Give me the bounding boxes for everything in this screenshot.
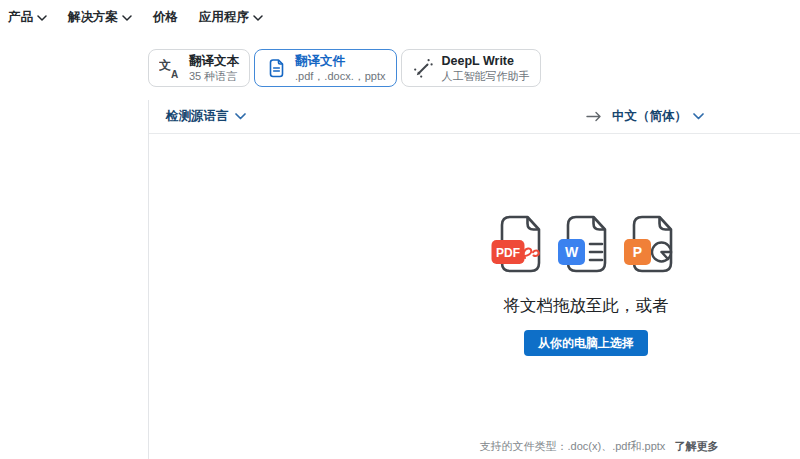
language-bar: 检测源语言 中文（简体） [149, 100, 800, 134]
tab-translate-text[interactable]: 文 A 翻译文本 35 种语言 [148, 49, 250, 87]
choose-file-button[interactable]: 从你的电脑上选择 [524, 330, 648, 356]
translator-panel: 检测源语言 中文（简体） PDF [148, 100, 800, 459]
arrow-right-icon [586, 111, 602, 122]
tab-translate-files[interactable]: 翻译文件 .pdf，.docx.，pptx [254, 49, 397, 87]
nav-item-label: 解决方案 [68, 9, 118, 26]
nav-item-pricing[interactable]: 价格 [153, 9, 178, 26]
svg-text:P: P [633, 244, 642, 260]
chevron-down-icon [693, 113, 704, 120]
tab-sublabel: 35 种语言 [189, 69, 239, 83]
tab-sublabel: .pdf，.docx.，pptx [295, 69, 386, 83]
nav-item-label: 价格 [153, 9, 178, 26]
target-language-selector[interactable]: 中文（简体） [612, 108, 704, 125]
target-language-label: 中文（简体） [612, 108, 687, 125]
tab-sublabel: 人工智能写作助手 [442, 69, 530, 83]
chevron-down-icon [253, 15, 263, 21]
nav-item-apps[interactable]: 应用程序 [199, 9, 263, 26]
supported-file-types: 支持的文件类型：.doc(x)、.pdf和.pptx 了解更多 [449, 439, 749, 454]
nav-item-label: 产品 [8, 9, 33, 26]
tab-label: DeepL Write [442, 53, 530, 69]
nav-item-products[interactable]: 产品 [8, 9, 47, 26]
nav-item-label: 应用程序 [199, 9, 249, 26]
chevron-down-icon [235, 113, 246, 120]
source-language-label: 检测源语言 [166, 108, 229, 125]
feature-tabs: 文 A 翻译文本 35 种语言 翻译文件 .pdf，.docx.，pptx [148, 49, 541, 87]
learn-more-link[interactable]: 了解更多 [674, 440, 718, 452]
svg-text:PDF: PDF [496, 246, 520, 260]
top-nav: 产品 解决方案 价格 应用程序 [8, 9, 263, 26]
dropzone-prompt: 将文档拖放至此，或者 [436, 295, 736, 317]
svg-text:W: W [565, 244, 579, 260]
supported-file-types-text: 支持的文件类型：.doc(x)、.pdf和.pptx [480, 440, 666, 452]
file-dropzone[interactable]: PDF W P 将文档拖放至此，或者 [436, 212, 736, 356]
translate-icon: 文 A [159, 57, 181, 79]
chevron-down-icon [122, 15, 132, 21]
chevron-down-icon [37, 15, 47, 21]
deepl-translator-page: 产品 解决方案 价格 应用程序 文 A 翻译文本 35 种语言 [0, 0, 800, 459]
tab-label: 翻译文本 [189, 53, 239, 69]
powerpoint-file-icon: P [623, 212, 681, 276]
word-file-icon: W [557, 212, 615, 276]
pdf-file-icon: PDF [491, 212, 549, 276]
pen-sparkle-icon [412, 57, 434, 79]
source-language-selector[interactable]: 检测源语言 [166, 108, 246, 125]
svg-text:文: 文 [159, 58, 171, 72]
tab-label: 翻译文件 [295, 53, 386, 69]
tab-deepl-write[interactable]: DeepL Write 人工智能写作助手 [401, 49, 541, 87]
svg-text:A: A [171, 69, 178, 79]
nav-item-solutions[interactable]: 解决方案 [68, 9, 132, 26]
document-icon [265, 57, 287, 79]
